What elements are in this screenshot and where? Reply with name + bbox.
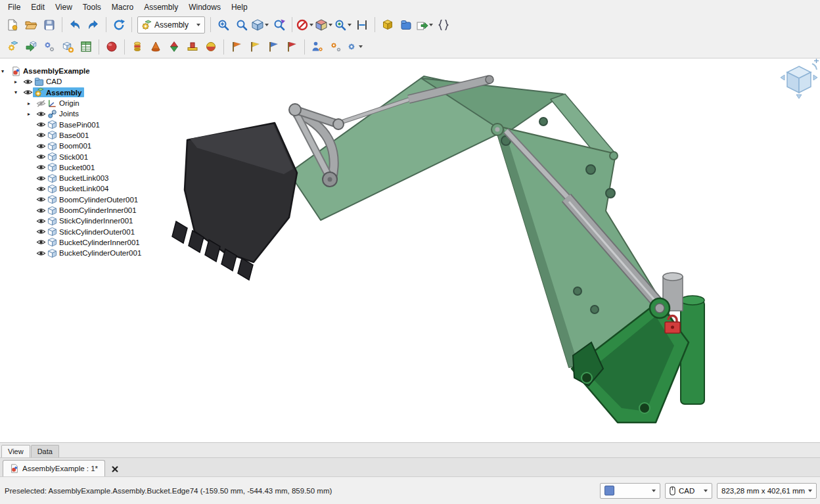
menu-macro[interactable]: Macro (106, 1, 139, 13)
redo-button[interactable] (84, 16, 102, 34)
menu-windows[interactable]: Windows (183, 1, 226, 13)
tree-item-bucket001[interactable]: Bucket001 (0, 162, 166, 173)
joint-distance-button[interactable] (227, 38, 246, 56)
joint-angle-button[interactable] (283, 38, 301, 56)
fit-all-button[interactable] (214, 16, 233, 34)
workbench-selector[interactable]: Assembly (137, 16, 205, 34)
refresh-button[interactable] (110, 16, 128, 34)
draw-style-button[interactable] (296, 18, 315, 32)
document-tab[interactable]: AssemblyExample : 1* (3, 460, 105, 476)
joint-cylindrical-button[interactable] (165, 38, 183, 56)
bucket-part[interactable] (172, 123, 297, 280)
tree-item-origin[interactable]: ▸ Origin (0, 98, 166, 108)
create-part-button[interactable] (58, 38, 77, 56)
joint-ball-button[interactable] (202, 38, 220, 56)
menu-help[interactable]: Help (226, 1, 253, 13)
expander-icon[interactable]: ▸ (26, 111, 36, 117)
visibility-eye-icon[interactable] (36, 162, 46, 172)
standard-views-button[interactable] (251, 18, 270, 32)
visibility-hidden-eye-icon[interactable] (36, 99, 46, 108)
undo-button[interactable] (66, 16, 84, 34)
tree-item-stickcylinderinner001[interactable]: StickCylinderInner001 (0, 216, 166, 226)
joint-perpendicular-icon (267, 40, 280, 53)
new-document-button[interactable] (3, 16, 22, 34)
visibility-eye-icon[interactable] (36, 184, 46, 194)
tree-item-bucketcylinderouter001[interactable]: BucketCylinderOuter001 (0, 248, 166, 258)
joint-perpendicular-button[interactable] (264, 38, 283, 56)
tree-item-basepin001[interactable]: BasePin001 (0, 119, 166, 129)
table-icon (80, 40, 93, 53)
exploded-view-button[interactable] (308, 38, 327, 56)
visibility-eye-icon[interactable] (36, 120, 46, 129)
visibility-eye-icon[interactable] (36, 173, 46, 183)
create-group-button[interactable] (397, 16, 415, 34)
visibility-eye-icon[interactable] (23, 77, 33, 87)
solve-assembly-button[interactable] (40, 38, 58, 56)
tree-item-bucketcylinderinner001[interactable]: BucketCylinderInner001 (0, 237, 166, 248)
visibility-eye-icon[interactable] (36, 152, 46, 162)
fit-selection-button[interactable] (233, 16, 251, 34)
tree-item-joints[interactable]: ▸ Joints (0, 108, 166, 119)
tree-item-label: BoomCylinderInner001 (59, 206, 137, 214)
menu-assembly[interactable]: Assembly (139, 1, 183, 13)
expander-icon[interactable]: ▸ (26, 101, 36, 106)
visibility-eye-icon[interactable] (23, 87, 33, 97)
tree-item-boomcylinderinner001[interactable]: BoomCylinderInner001 (0, 205, 166, 216)
measure-button[interactable] (353, 16, 371, 34)
view-dimensions-selector[interactable]: 823,28 mm x 402,61 mm (717, 483, 817, 499)
tree-item-assembly[interactable]: ▾ Assembly (0, 87, 166, 98)
sync-view-button[interactable] (270, 16, 288, 34)
menu-edit[interactable]: Edit (26, 1, 50, 13)
visibility-eye-icon[interactable] (36, 195, 46, 204)
braces-icon (437, 18, 450, 32)
export-button[interactable] (415, 18, 434, 32)
tree-item-cad[interactable]: ▸ CAD (0, 76, 166, 87)
tree-item-boomcylinderouter001[interactable]: BoomCylinderOuter001 (0, 195, 166, 205)
toolbar-separator (210, 17, 211, 32)
tab-data[interactable]: Data (31, 445, 59, 457)
create-simulation-button[interactable] (102, 38, 121, 56)
more-assembly-tools-button[interactable] (345, 40, 364, 53)
model-tree: ▾ AssemblyExample ▸ CAD ▾ Assembly ▸ Ori… (0, 58, 166, 258)
joint-slider-button[interactable] (183, 38, 202, 56)
expander-icon[interactable]: ▾ (0, 68, 10, 74)
joint-fixed-button[interactable] (128, 38, 147, 56)
tree-item-assemblyexample[interactable]: ▾ AssemblyExample (0, 66, 166, 76)
visibility-eye-icon[interactable] (36, 130, 46, 140)
tree-item-stick001[interactable]: Stick001 (0, 151, 166, 162)
overlay-color-selector[interactable] (600, 483, 660, 499)
tree-item-bucketlink003[interactable]: BucketLink003 (0, 173, 166, 183)
create-assembly-button[interactable] (3, 38, 22, 56)
visibility-eye-icon[interactable] (36, 141, 46, 151)
bill-of-materials-button[interactable] (77, 38, 95, 56)
tree-item-boom001[interactable]: Boom001 (0, 141, 166, 151)
visibility-eye-icon[interactable] (36, 216, 46, 226)
menu-view[interactable]: View (50, 1, 78, 13)
visibility-eye-icon[interactable] (36, 227, 46, 237)
expression-editor-button[interactable] (434, 16, 453, 34)
navigation-style-selector[interactable]: CAD (665, 483, 712, 499)
tree-item-base001[interactable]: Base001 (0, 130, 166, 141)
appearance-button[interactable] (315, 18, 334, 32)
expander-icon[interactable]: ▸ (13, 79, 23, 85)
make-link-button[interactable] (378, 16, 397, 34)
expander-icon[interactable]: ▾ (13, 89, 23, 95)
joint-parallel-button[interactable] (246, 38, 264, 56)
simulation-button[interactable] (327, 38, 345, 56)
menu-file[interactable]: File (3, 1, 26, 13)
open-document-button[interactable] (22, 16, 40, 34)
insert-component-button[interactable] (22, 38, 40, 56)
selection-filter-button[interactable] (334, 18, 353, 32)
tree-item-stickcylinderouter001[interactable]: StickCylinderOuter001 (0, 226, 166, 237)
tree-item-bucketlink004[interactable]: BucketLink004 (0, 183, 166, 194)
save-button[interactable] (40, 16, 58, 34)
visibility-eye-icon[interactable] (36, 206, 46, 216)
close-document-button[interactable] (108, 462, 122, 476)
visibility-eye-icon[interactable] (36, 248, 46, 258)
visibility-eye-icon[interactable] (36, 109, 46, 119)
tab-view[interactable]: View (1, 445, 30, 457)
menu-tools[interactable]: Tools (78, 1, 106, 13)
visibility-eye-icon[interactable] (36, 237, 46, 247)
joint-revolute-button[interactable] (147, 38, 165, 56)
navigation-cube[interactable] (781, 59, 819, 99)
